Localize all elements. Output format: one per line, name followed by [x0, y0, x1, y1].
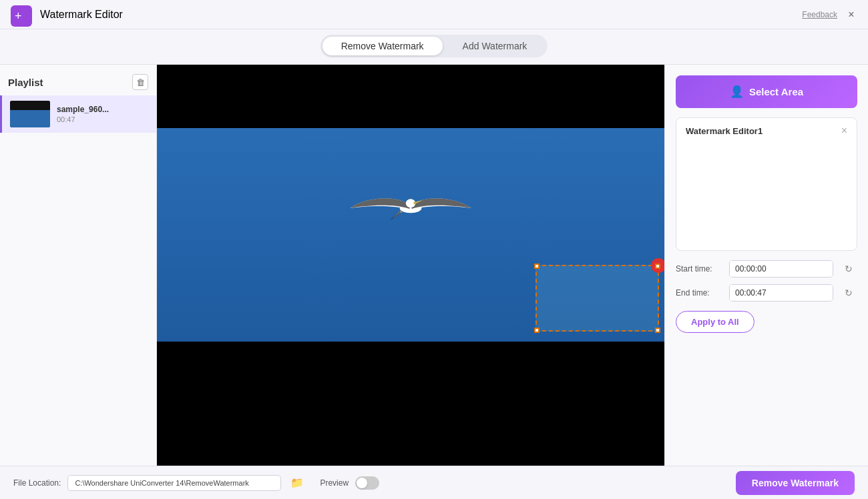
playlist-header: Playlist 🗑 — [0, 71, 156, 95]
playlist-thumbnail — [10, 101, 50, 127]
remove-watermark-button[interactable]: Remove Watermark — [736, 471, 855, 495]
start-time-row: Start time: ▲ ▼ ↻ — [676, 260, 857, 278]
trash-icon: 🗑 — [136, 77, 145, 87]
end-time-input[interactable] — [730, 285, 833, 301]
wm-card-close-button[interactable]: × — [841, 125, 847, 137]
bird-visual — [344, 161, 477, 255]
apply-to-all-button[interactable]: Apply to All — [676, 311, 754, 333]
person-icon: 👤 — [730, 85, 744, 99]
handle-top-left[interactable] — [534, 264, 539, 269]
titlebar-title: Watermark Editor — [40, 9, 123, 21]
folder-icon: 📁 — [290, 476, 304, 489]
playlist-item-name: sample_960... — [57, 105, 109, 114]
end-time-refresh[interactable]: ↻ — [840, 284, 857, 302]
start-time-input-group: ▲ ▼ — [729, 260, 833, 278]
file-location-input[interactable] — [67, 475, 281, 491]
end-time-label: End time: — [676, 288, 722, 298]
wm-card-title: Watermark Editor1 — [686, 126, 763, 136]
app-logo: + — [11, 5, 31, 25]
handle-bottom-left[interactable] — [534, 328, 539, 333]
main-layout: Playlist 🗑 sample_960... 00:47 1 item(s) — [0, 65, 868, 499]
folder-button[interactable]: 📁 — [288, 474, 306, 492]
playlist-item-info: sample_960... 00:47 — [57, 105, 109, 123]
feedback-link[interactable]: Feedback — [802, 10, 837, 19]
tab-bar: Remove Watermark Add Watermark — [0, 29, 868, 65]
preview-toggle[interactable] — [355, 476, 379, 490]
video-black-bottom — [157, 342, 664, 408]
svg-text:+: + — [15, 9, 22, 23]
titlebar-right: Feedback × — [802, 9, 857, 21]
end-time-row: End time: ▲ ▼ ↻ — [676, 284, 857, 302]
close-button[interactable]: × — [845, 9, 857, 21]
select-area-label: Select Area — [749, 86, 803, 97]
start-time-refresh[interactable]: ↻ — [840, 260, 857, 278]
handle-bottom-right[interactable] — [655, 328, 660, 333]
right-panel: 👤 Select Area Watermark Editor1 × Start … — [664, 65, 868, 499]
video-black-top — [157, 65, 664, 128]
end-time-input-group: ▲ ▼ — [729, 284, 833, 302]
time-fields: Start time: ▲ ▼ ↻ End time: ▲ ▼ — [676, 260, 857, 302]
tab-add-watermark[interactable]: Add Watermark — [444, 37, 546, 55]
playlist-item-duration: 00:47 — [57, 115, 109, 123]
toggle-knob — [357, 478, 367, 488]
tab-remove-watermark[interactable]: Remove Watermark — [322, 37, 443, 55]
bird-svg — [344, 165, 477, 252]
sidebar: Playlist 🗑 sample_960... 00:47 1 item(s) — [0, 65, 157, 499]
wm-card-header: Watermark Editor1 × — [686, 125, 847, 137]
video-blue-mid: × — [157, 128, 664, 342]
select-area-button[interactable]: 👤 Select Area — [676, 75, 857, 108]
selection-box[interactable]: × — [535, 265, 659, 332]
titlebar: + Watermark Editor Feedback × — [0, 0, 868, 29]
playlist-delete-button[interactable]: 🗑 — [132, 74, 148, 90]
handle-top-right[interactable] — [655, 264, 660, 269]
wm-card-body — [686, 137, 847, 243]
bottom-bar: File Location: 📁 Preview Remove Watermar… — [0, 466, 868, 499]
video-frame: × — [157, 65, 664, 470]
start-time-input[interactable] — [730, 261, 833, 277]
preview-label: Preview — [320, 478, 349, 488]
tab-group: Remove Watermark Add Watermark — [320, 35, 548, 57]
watermark-editor-card: Watermark Editor1 × — [676, 117, 857, 251]
playlist-item[interactable]: sample_960... 00:47 — [0, 95, 156, 133]
file-location-label: File Location: — [13, 478, 61, 488]
video-area: × ▶ 00:03/00:47 — [157, 65, 664, 499]
playlist-title: Playlist — [8, 77, 43, 88]
start-time-label: Start time: — [676, 264, 722, 274]
